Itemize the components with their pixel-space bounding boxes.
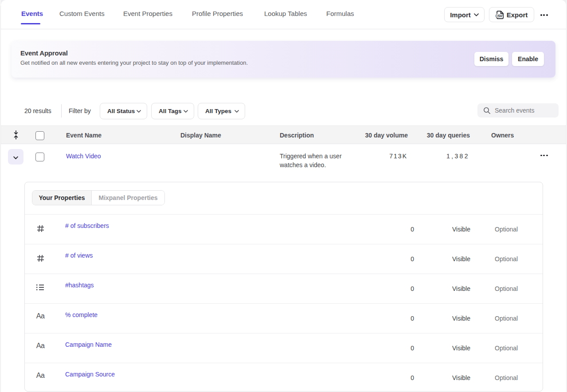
svg-text:CSV: CSV xyxy=(496,14,503,18)
